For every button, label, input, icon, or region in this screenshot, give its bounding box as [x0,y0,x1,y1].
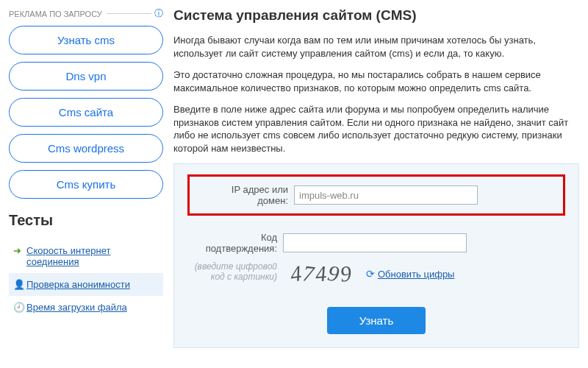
test-speed[interactable]: ➜ Скорость интернет соединения [9,239,163,273]
refresh-captcha[interactable]: ⟳ Обновить цифры [366,268,454,280]
ip-input[interactable] [294,185,478,205]
submit-button[interactable]: Узнать [327,307,426,334]
ad-link-4[interactable]: Cms купить [9,170,163,199]
intro-p1: Иногда бывают случаи когда вам по тем ил… [173,34,579,60]
ip-row-highlight: IP адрес или домен: [187,174,565,216]
ad-link-1[interactable]: Dns vpn [9,62,163,91]
tests-heading: Тесты [9,212,163,229]
info-icon: ⓘ [154,7,163,20]
ad-link-0[interactable]: Узнать cms [9,26,163,54]
intro-p2: Это достаточно сложная процедура, но мы … [173,68,579,94]
test-anonymity-link[interactable]: Проверка анонимности [26,279,130,290]
cms-form: IP адрес или домен: Код подтверждения: (… [173,163,579,348]
ad-link-2[interactable]: Cms сайта [9,98,163,127]
captcha-image: 47499 [283,261,360,286]
intro-p3: Введите в поле ниже адрес сайта или фору… [173,103,579,155]
ip-label: IP адрес или домен: [198,184,294,206]
code-input[interactable] [283,233,467,252]
divider [107,13,151,14]
refresh-link[interactable]: Обновить цифры [378,269,454,280]
captcha-hint: (введите цифровой код с картинки) [187,261,283,282]
arrow-icon: ➜ [13,245,26,256]
page-title: Система управления сайтом (CMS) [173,7,579,24]
refresh-icon: ⟳ [366,268,375,280]
ad-link-3[interactable]: Cms wordpress [9,134,163,163]
ads-header: РЕКЛАМА ПО ЗАПРОСУ ⓘ [9,7,163,20]
test-anonymity[interactable]: 👤 Проверка анонимности [9,273,163,296]
test-file-load[interactable]: 🕘 Время загрузки файла [9,296,163,319]
captcha-row: (введите цифровой код с картинки) 47499 … [187,261,565,286]
ads-header-text: РЕКЛАМА ПО ЗАПРОСУ [9,10,102,18]
person-icon: 👤 [13,279,26,290]
code-row: Код подтверждения: [187,232,565,254]
code-label: Код подтверждения: [187,232,283,254]
test-file-load-link[interactable]: Время загрузки файла [26,302,127,313]
test-speed-link[interactable]: Скорость интернет соединения [26,245,159,267]
clock-icon: 🕘 [13,302,26,313]
